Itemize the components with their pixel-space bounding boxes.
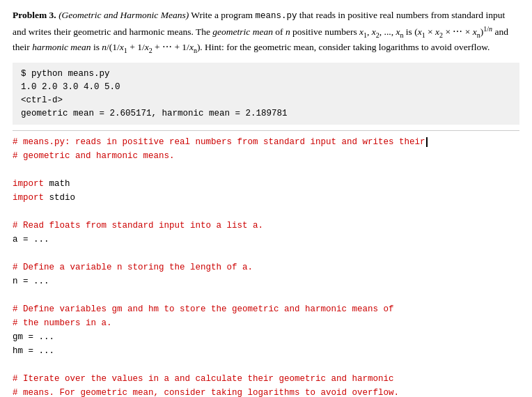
editor-line-10: # Define a variable n storing the length… — [13, 260, 519, 274]
editor-area: # means.py: reads in positive real numbe… — [13, 130, 519, 397]
editor-line-15: gm = ... — [13, 330, 519, 344]
editor-line-11: n = ... — [13, 274, 519, 288]
filename: means.py — [255, 11, 297, 21]
terminal-ctrl: <ctrl-d> — [21, 94, 511, 107]
editor-line-3 — [13, 163, 519, 177]
editor-line-9 — [13, 247, 519, 260]
editor-line-5: import stdio — [13, 191, 519, 205]
editor-line-16: hm = ... — [13, 344, 519, 358]
editor-line-7: # Read floats from standard input into a… — [13, 219, 519, 233]
editor-line-17 — [13, 358, 519, 372]
problem-statement: Problem 3. (Geometric and Harmonic Means… — [13, 8, 519, 56]
problem-number: Problem 3. — [13, 10, 56, 20]
cursor — [426, 137, 428, 147]
editor-line-4: import math — [13, 177, 519, 191]
editor-line-18: # Iterate over the values in a and calcu… — [13, 372, 519, 386]
editor-line-14: # the numbers in a. — [13, 316, 519, 330]
editor-line-6 — [13, 205, 519, 219]
page: Problem 3. (Geometric and Harmonic Means… — [0, 0, 532, 397]
terminal-block: $ python means.py 1.0 2.0 3.0 4.0 5.0 <c… — [13, 63, 519, 125]
editor-line-12 — [13, 288, 519, 302]
terminal-input: 1.0 2.0 3.0 4.0 5.0 — [21, 81, 511, 94]
terminal-output: geometric mean = 2.605171, harmonic mean… — [21, 107, 511, 120]
editor-line-13: # Define variables gm and hm to store th… — [13, 302, 519, 316]
editor-line-19: # means. For geometric mean, consider ta… — [13, 386, 519, 397]
problem-title: (Geometric and Harmonic Means) — [58, 10, 189, 20]
editor-line-8: a = ... — [13, 233, 519, 247]
editor-line-2: # geometric and harmonic means. — [13, 149, 519, 163]
editor-line-1: # means.py: reads in positive real numbe… — [13, 135, 519, 149]
terminal-prompt: $ python means.py — [21, 68, 511, 81]
